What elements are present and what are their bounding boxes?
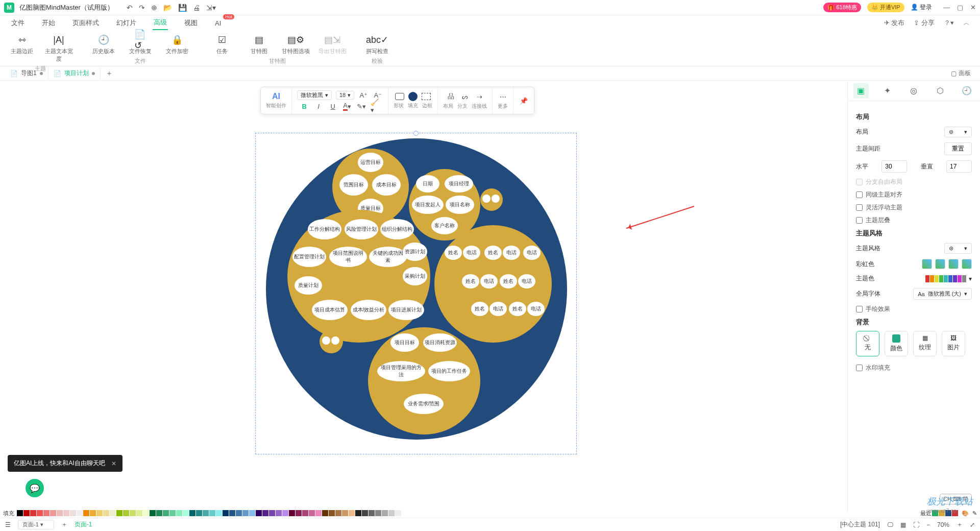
selection-box[interactable]: 运营目标 范围目标 成本目标 质量目标 日期 项目经理 项目发起人 项目名称 客… <box>255 133 577 454</box>
promo-618-badge[interactable]: 🎁 618特惠 <box>823 3 861 12</box>
branch-icon[interactable]: ᔕ <box>460 91 470 102</box>
menu-ai[interactable]: AIHot <box>214 17 222 29</box>
open-vip-button[interactable]: 👑 开通VIP <box>867 3 904 12</box>
panel-toggle[interactable]: ▢ 面板 <box>947 69 975 78</box>
page-select[interactable]: 页面-1 ▾ <box>18 520 54 529</box>
bg-texture-option[interactable]: ▦纹理 <box>913 331 937 356</box>
eyedropper-icon[interactable]: ✎ <box>972 510 977 517</box>
close-window-icon[interactable]: ✕ <box>970 4 976 11</box>
gantt-button[interactable]: ▤甘特图 <box>244 34 274 55</box>
panel-tab-history-icon[interactable]: 🕘 <box>959 83 974 99</box>
collapse-ribbon-icon[interactable]: ︿ <box>963 18 970 28</box>
share-button[interactable]: ⇪ 分享 <box>914 18 935 28</box>
theme-spacing-button[interactable]: ⇿主题边距 <box>7 34 37 63</box>
underline-icon[interactable]: U <box>328 101 338 111</box>
node[interactable]: 项目管理采用的方法 <box>377 361 425 381</box>
node[interactable]: 成本/效益分析 <box>351 300 386 320</box>
theme-style-select[interactable]: ⊛▾ <box>944 243 972 254</box>
pin-icon[interactable]: 📌 <box>519 95 529 106</box>
node[interactable]: 工作分解结构 <box>308 219 341 239</box>
node[interactable]: 姓名 <box>462 274 479 288</box>
shape-icon[interactable] <box>395 93 404 100</box>
bg-none-option[interactable]: ⃠无 <box>856 331 879 356</box>
panel-tab-layout-icon[interactable]: ▣ <box>853 83 869 99</box>
ai-fab-button[interactable]: 💬 <box>26 479 44 497</box>
view-icon-2[interactable]: ▦ <box>900 521 906 528</box>
node[interactable]: 组织分解结构 <box>380 219 414 239</box>
zoom-level[interactable]: 70% <box>937 521 949 528</box>
panel-tab-theme-icon[interactable]: ◎ <box>906 83 921 99</box>
node[interactable]: 客户名称 <box>431 217 458 234</box>
node[interactable]: 采购计划 <box>403 267 427 285</box>
gantt-options-button[interactable]: ▤⚙甘特图选项 <box>281 34 310 55</box>
node[interactable]: 业务需求/范围 <box>404 394 444 414</box>
node[interactable]: 电话 <box>527 302 545 316</box>
add-tab-button[interactable]: ＋ <box>101 67 118 80</box>
node-empty[interactable] <box>322 336 330 345</box>
open-icon[interactable]: 📂 <box>163 4 172 12</box>
font-size-select[interactable]: 18 ▾ <box>336 91 354 100</box>
node[interactable]: 项目消耗资源 <box>423 333 457 352</box>
font-increase-icon[interactable]: A⁺ <box>358 90 369 100</box>
fullscreen-icon[interactable]: ⤢ <box>970 521 975 528</box>
node[interactable]: 项目名称 <box>446 196 474 214</box>
node[interactable]: 质量计划 <box>295 276 322 295</box>
node[interactable]: 日期 <box>416 175 439 192</box>
export-gantt-button[interactable]: ▤⇲导出甘特图 <box>317 34 347 55</box>
node[interactable]: 电话 <box>463 246 480 260</box>
page-tab[interactable]: 页面-1 <box>75 520 92 529</box>
outline-icon[interactable]: ☰ <box>5 521 11 528</box>
node[interactable]: 项目的工作任务 <box>428 361 470 381</box>
node[interactable]: 项目目标 <box>390 333 419 352</box>
node[interactable]: 项目成本估算 <box>312 300 348 320</box>
highlight-icon[interactable]: ✎▾ <box>356 101 366 111</box>
border-icon[interactable] <box>422 93 431 100</box>
menu-view[interactable]: 视图 <box>183 16 199 30</box>
node[interactable]: 电话 <box>523 246 541 260</box>
italic-icon[interactable]: I <box>313 101 324 111</box>
theme-color-picker[interactable]: ▾ <box>925 275 972 282</box>
selection-handle[interactable] <box>413 131 419 136</box>
history-button[interactable]: 🕘历史版本 <box>89 34 118 55</box>
float-topic-checkbox[interactable]: 灵活浮动主题 <box>856 203 972 212</box>
bold-icon[interactable]: B <box>299 101 309 111</box>
menu-start[interactable]: 开始 <box>41 16 56 30</box>
bg-color-option[interactable]: 颜色 <box>885 331 908 356</box>
node[interactable]: 风险管理计划 <box>345 219 378 239</box>
vertical-spacing-input[interactable] <box>946 160 972 173</box>
font-family-select[interactable]: 微软雅黑 ▾ <box>297 90 332 100</box>
node[interactable]: 项目进展计划 <box>388 300 424 320</box>
connector-icon[interactable]: ⇢ <box>474 91 484 102</box>
menu-slideshow[interactable]: 幻灯片 <box>115 16 137 30</box>
minimize-icon[interactable]: — <box>943 4 950 11</box>
bg-image-option[interactable]: 🖼图片 <box>942 331 965 356</box>
menu-page-style[interactable]: 页面样式 <box>71 16 100 30</box>
node[interactable]: 资源计划 <box>403 243 427 261</box>
hand-drawn-checkbox[interactable]: 手绘效果 <box>856 305 972 313</box>
node[interactable]: 关键的成功因素 <box>369 247 407 267</box>
file-restore-button[interactable]: 📄↺文件恢复 <box>126 34 155 55</box>
node[interactable]: 成本目标 <box>372 174 401 196</box>
node[interactable]: 配置管理计划 <box>292 247 326 267</box>
doc-tab-1[interactable]: 📄 导图1 <box>5 67 48 80</box>
export-icon[interactable]: ⇲▾ <box>206 4 216 12</box>
fit-icon[interactable]: ⛶ <box>913 521 919 528</box>
fill-icon[interactable] <box>408 92 418 101</box>
font-color-icon[interactable]: A▾ <box>342 101 352 111</box>
node[interactable]: 电话 <box>518 274 535 288</box>
node[interactable]: 项目范围说明书 <box>329 247 367 267</box>
clear-format-icon[interactable]: 🧹▾ <box>371 101 381 111</box>
doc-tab-2[interactable]: 📄 项目计划 <box>48 67 101 80</box>
menu-advanced[interactable]: 高级 <box>153 16 168 30</box>
task-button[interactable]: ☑任务 <box>207 34 237 55</box>
file-encrypt-button[interactable]: 🔒文件加密 <box>162 34 192 55</box>
theme-text-width-button[interactable]: |A|主题文本宽度 <box>44 34 74 63</box>
layout-icon[interactable]: 品 <box>446 91 456 102</box>
zoom-out-icon[interactable]: − <box>926 521 930 528</box>
more-icon[interactable]: ⋯ <box>498 91 508 102</box>
maximize-icon[interactable]: ▢ <box>957 4 963 11</box>
reset-spacing-button[interactable]: 重置 <box>944 142 972 155</box>
node[interactable]: 电话 <box>489 302 507 316</box>
close-toast-icon[interactable]: ✕ <box>111 460 116 467</box>
node[interactable]: 项目经理 <box>445 175 473 192</box>
